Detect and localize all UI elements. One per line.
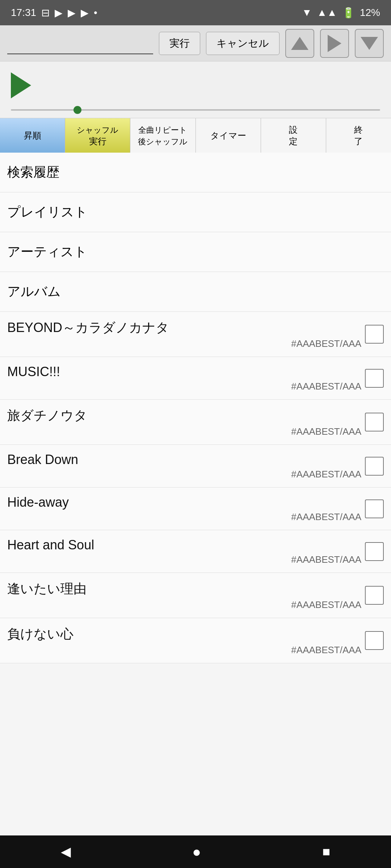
- repeat-label-2: 後シャッフル: [138, 137, 188, 146]
- recent-icon: ■: [323, 844, 331, 859]
- time-display: 17:31: [11, 7, 36, 18]
- back-nav-button[interactable]: ◀: [61, 844, 71, 859]
- play-icon: [328, 35, 341, 52]
- cancel-button[interactable]: キャンセル: [206, 32, 279, 55]
- progress-indicator: [73, 106, 81, 114]
- song-title: MUSIC!!!: [7, 364, 361, 379]
- song-title: Break Down: [7, 452, 361, 467]
- song-info: BEYOND～カラダノカナタ#AAABEST/AAA: [7, 319, 361, 349]
- settings-label-2: 定: [289, 136, 298, 146]
- song-list-item[interactable]: Heart and Soul#AAABEST/AAA: [0, 530, 391, 573]
- youtube-icon2: ▶: [68, 7, 76, 19]
- dot-icon: •: [94, 7, 97, 18]
- song-checkbox[interactable]: [365, 413, 384, 431]
- song-list-item[interactable]: Hide-away#AAABEST/AAA: [0, 488, 391, 530]
- song-tag: #AAABEST/AAA: [7, 469, 361, 480]
- song-info: Heart and Soul#AAABEST/AAA: [7, 537, 361, 565]
- song-info: 逢いたい理由#AAABEST/AAA: [7, 580, 361, 610]
- song-info: Break Down#AAABEST/AAA: [7, 452, 361, 480]
- back-icon: ◀: [61, 844, 71, 859]
- shuffle-label-small: シャッフル: [77, 125, 118, 135]
- song-list-item[interactable]: 逢いたい理由#AAABEST/AAA: [0, 573, 391, 618]
- song-checkbox[interactable]: [365, 499, 384, 518]
- repeat-label-1: 全曲リピート: [138, 125, 187, 135]
- youtube-icon1: ▶: [55, 7, 63, 19]
- song-title: 旅ダチノウタ: [7, 407, 361, 425]
- song-checkbox[interactable]: [365, 369, 384, 388]
- menu-album[interactable]: アルバム: [0, 272, 391, 312]
- settings-button[interactable]: 設 定: [261, 118, 326, 153]
- move-down-button[interactable]: [355, 29, 384, 58]
- shuffle-button[interactable]: シャッフル 実行: [65, 118, 130, 153]
- recent-nav-button[interactable]: ■: [323, 844, 331, 859]
- toolbar: 実行 キャンセル: [0, 25, 391, 61]
- status-right: ▼ ▲▲ 🔋 12%: [302, 7, 380, 19]
- song-title: 負けない心: [7, 625, 361, 643]
- song-tag: #AAABEST/AAA: [7, 644, 361, 656]
- play-button[interactable]: [320, 29, 349, 58]
- exit-label-1: 終: [354, 125, 363, 135]
- status-bar: 17:31 ⊟ ▶ ▶ ▶ • ▼ ▲▲ 🔋 12%: [0, 0, 391, 25]
- arrow-down-icon: [361, 37, 378, 50]
- song-info: MUSIC!!!#AAABEST/AAA: [7, 364, 361, 392]
- ascending-button[interactable]: 昇順: [0, 118, 65, 153]
- execute-button[interactable]: 実行: [159, 32, 200, 55]
- arrow-up-icon: [291, 37, 308, 50]
- battery-percent: 12%: [360, 7, 380, 18]
- song-list-item[interactable]: MUSIC!!!#AAABEST/AAA: [0, 357, 391, 400]
- song-title: Hide-away: [7, 495, 361, 510]
- song-tag: #AAABEST/AAA: [7, 599, 361, 610]
- control-row: 昇順 シャッフル 実行 全曲リピート 後シャッフル タイマー 設 定 終 了: [0, 118, 391, 153]
- song-tag: #AAABEST/AAA: [7, 426, 361, 437]
- song-checkbox[interactable]: [365, 586, 384, 605]
- song-list-item[interactable]: 旅ダチノウタ#AAABEST/AAA: [0, 400, 391, 445]
- search-input[interactable]: [7, 33, 153, 54]
- timer-button[interactable]: タイマー: [196, 118, 261, 153]
- signal-icon: ▲▲: [317, 7, 337, 18]
- status-left: 17:31 ⊟ ▶ ▶ ▶ •: [11, 7, 97, 19]
- sim-icon: ⊟: [41, 7, 50, 19]
- progress-container[interactable]: [11, 106, 380, 118]
- song-info: 旅ダチノウタ#AAABEST/AAA: [7, 407, 361, 437]
- song-title: Heart and Soul: [7, 537, 361, 553]
- youtube-icon3: ▶: [81, 7, 89, 19]
- song-title: 逢いたい理由: [7, 580, 361, 598]
- song-list-item[interactable]: 負けない心#AAABEST/AAA: [0, 618, 391, 663]
- song-tag: #AAABEST/AAA: [7, 338, 361, 349]
- menu-playlist[interactable]: プレイリスト: [0, 192, 391, 232]
- home-icon: ●: [192, 844, 201, 860]
- player-area: [0, 61, 391, 118]
- song-checkbox[interactable]: [365, 325, 384, 344]
- play-triangle-icon: [11, 72, 31, 98]
- bottom-nav: ◀ ● ■: [0, 835, 391, 868]
- menu-artist[interactable]: アーティスト: [0, 232, 391, 272]
- home-nav-button[interactable]: ●: [192, 844, 201, 860]
- song-checkbox[interactable]: [365, 457, 384, 476]
- menu-search-history[interactable]: 検索履歴: [0, 153, 391, 192]
- exit-button[interactable]: 終 了: [326, 118, 391, 153]
- song-tag: #AAABEST/AAA: [7, 511, 361, 523]
- song-list-item[interactable]: Break Down#AAABEST/AAA: [0, 445, 391, 488]
- song-tag: #AAABEST/AAA: [7, 381, 361, 392]
- wifi-icon: ▼: [302, 7, 312, 18]
- song-title: BEYOND～カラダノカナタ: [7, 319, 361, 337]
- exit-label-2: 了: [354, 136, 363, 146]
- play-area[interactable]: [11, 69, 380, 106]
- song-list: BEYOND～カラダノカナタ#AAABEST/AAAMUSIC!!!#AAABE…: [0, 312, 391, 663]
- shuffle-label-exec: 実行: [89, 136, 106, 146]
- song-info: 負けない心#AAABEST/AAA: [7, 625, 361, 656]
- song-checkbox[interactable]: [365, 542, 384, 561]
- progress-bar[interactable]: [11, 109, 380, 111]
- battery-icon: 🔋: [342, 7, 355, 19]
- settings-label-1: 設: [289, 125, 298, 135]
- repeat-shuffle-button[interactable]: 全曲リピート 後シャッフル: [130, 118, 196, 153]
- move-up-button[interactable]: [285, 29, 314, 58]
- song-checkbox[interactable]: [365, 631, 384, 650]
- song-tag: #AAABEST/AAA: [7, 554, 361, 565]
- song-list-item[interactable]: BEYOND～カラダノカナタ#AAABEST/AAA: [0, 312, 391, 357]
- song-info: Hide-away#AAABEST/AAA: [7, 495, 361, 523]
